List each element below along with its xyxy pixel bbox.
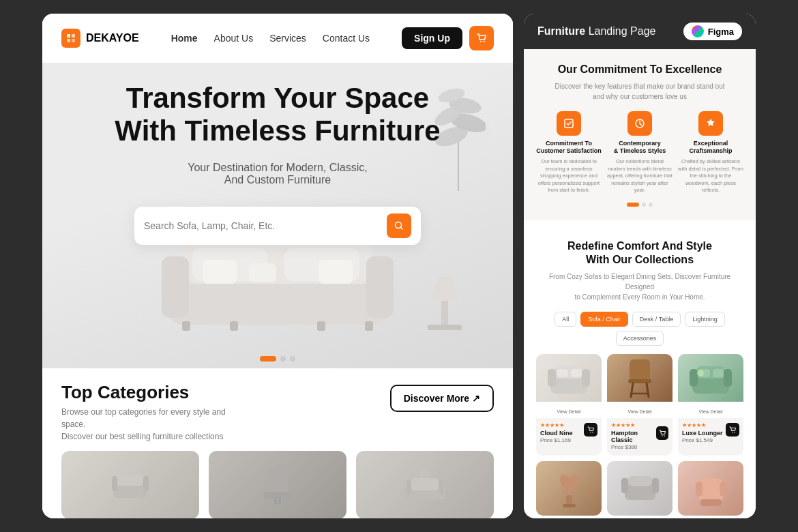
svg-rect-26 <box>428 325 462 330</box>
product-4-image <box>536 461 602 516</box>
app-header: Furniture Landing Page Figma <box>524 14 756 49</box>
tab-lighting[interactable]: Lightning <box>685 312 725 327</box>
hero-dots <box>260 356 295 361</box>
figma-badge: Figma <box>683 23 742 40</box>
lamp-decoration <box>424 267 465 338</box>
add-to-cart-2[interactable] <box>656 426 668 440</box>
tab-sofa[interactable]: Sofa / Chair <box>580 312 628 327</box>
svg-point-64 <box>734 432 735 433</box>
nav-home[interactable]: Home <box>171 33 198 44</box>
filter-tabs: All Sofa / Chair Desk / Table Lightning … <box>536 312 743 346</box>
svg-rect-59 <box>724 369 732 387</box>
svg-rect-49 <box>571 369 582 377</box>
svg-rect-69 <box>621 478 628 493</box>
svg-rect-39 <box>407 480 411 495</box>
svg-rect-36 <box>278 497 281 504</box>
collections-section: Redefine Comfort And StyleWith Our Colle… <box>524 226 756 518</box>
svg-rect-72 <box>696 482 703 497</box>
search-button[interactable] <box>387 213 411 238</box>
svg-rect-24 <box>319 260 353 284</box>
svg-point-55 <box>664 436 664 437</box>
svg-rect-25 <box>441 301 448 328</box>
dot-3[interactable] <box>290 356 295 361</box>
right-panel: Our Commitment To Excellence Discover th… <box>524 14 756 518</box>
feature-2: Contemporary& Timeless Styles Our collec… <box>607 111 673 194</box>
svg-rect-53 <box>628 379 651 383</box>
category-cards <box>61 451 494 518</box>
svg-rect-46 <box>548 369 556 387</box>
product-grid-2 <box>536 461 743 516</box>
commitment-section: Our Commitment To Excellence Discover th… <box>524 49 756 220</box>
tab-all[interactable]: All <box>555 312 576 327</box>
svg-rect-48 <box>557 369 568 377</box>
svg-rect-68 <box>628 476 652 486</box>
svg-rect-23 <box>249 263 276 282</box>
collections-title: Redefine Comfort And StyleWith Our Colle… <box>536 239 743 268</box>
feature-2-icon <box>627 111 652 136</box>
svg-rect-19 <box>230 321 238 331</box>
figma-icon <box>692 25 704 38</box>
nav-contact[interactable]: Contact Us <box>323 33 370 44</box>
svg-rect-40 <box>439 480 443 495</box>
collections-subtitle: From Cozy Sofas to Elegant Dining Sets, … <box>536 271 743 302</box>
product-3-image <box>678 354 743 402</box>
cart-button[interactable] <box>469 26 494 50</box>
feature-3-title: ExceptionalCraftsmanship <box>678 140 743 156</box>
product-2-image <box>607 354 673 402</box>
svg-point-63 <box>732 432 733 433</box>
product-grid: View Detail ★★★★★ Cloud Nine Price $1,16… <box>536 354 743 456</box>
feature-dots <box>536 203 743 207</box>
categories-header: Top Categories Browse our top categories… <box>61 382 494 443</box>
product-1-price: Price $1,169 <box>540 437 573 443</box>
tab-accessories[interactable]: Accessories <box>616 331 664 346</box>
navbar: DEKAYOE Home About Us Services Contact U… <box>42 14 513 63</box>
svg-rect-31 <box>112 476 117 491</box>
svg-rect-34 <box>264 492 291 499</box>
svg-rect-18 <box>182 321 190 331</box>
nav-actions: Sign Up <box>402 26 494 50</box>
svg-rect-3 <box>72 39 75 42</box>
categories-section: Top Categories Browse our top categories… <box>42 368 513 518</box>
nav-about[interactable]: About Us <box>214 33 254 44</box>
product-5-image <box>607 461 673 516</box>
dot-1[interactable] <box>260 356 276 361</box>
product-1-image <box>536 354 602 402</box>
svg-rect-30 <box>117 475 144 486</box>
view-detail-3[interactable]: View Detail <box>678 402 743 418</box>
svg-rect-52 <box>630 359 650 381</box>
view-detail-1[interactable]: View Detail <box>536 402 602 418</box>
svg-rect-20 <box>317 321 325 331</box>
svg-rect-22 <box>203 260 237 284</box>
svg-rect-35 <box>274 497 277 504</box>
discover-more-button[interactable]: Discover More ↗ <box>390 385 494 412</box>
fdot-3[interactable] <box>649 203 653 207</box>
fdot-1[interactable] <box>627 203 639 207</box>
svg-point-54 <box>662 436 662 437</box>
category-card-2 <box>209 451 346 518</box>
svg-rect-16 <box>162 256 189 318</box>
hero-content: Transform Your Space With Timeless Furni… <box>42 68 513 245</box>
svg-point-4 <box>480 41 482 42</box>
feature-1-desc: Our team is dedicated to ensuring a seam… <box>536 158 602 194</box>
category-card-1 <box>61 451 199 518</box>
add-to-cart-3[interactable] <box>726 423 739 437</box>
signup-button[interactable]: Sign Up <box>402 27 462 49</box>
dot-2[interactable] <box>280 356 286 361</box>
view-detail-2[interactable]: View Detail <box>607 402 673 418</box>
feature-2-desc: Our collections blend modern trends with… <box>607 158 673 194</box>
nav-menu: Home About Us Services Contact Us <box>171 33 370 44</box>
fdot-2[interactable] <box>642 203 646 207</box>
hero-section: Transform Your Space With Timeless Furni… <box>42 14 513 375</box>
svg-rect-2 <box>67 39 70 42</box>
svg-rect-47 <box>582 369 590 387</box>
categories-subtitle: Browse our top categories for every styl… <box>61 406 239 443</box>
svg-rect-38 <box>411 478 439 490</box>
product-2-info: ★★★★★ Hampton Classic Price $388 <box>607 418 673 456</box>
product-card-4 <box>536 461 602 516</box>
logo: DEKAYOE <box>61 29 139 48</box>
add-to-cart-1[interactable] <box>584 423 597 437</box>
tab-desk[interactable]: Desk / Table <box>632 312 681 327</box>
svg-rect-74 <box>700 499 722 506</box>
nav-services[interactable]: Services <box>269 33 306 44</box>
search-input[interactable] <box>144 220 387 231</box>
